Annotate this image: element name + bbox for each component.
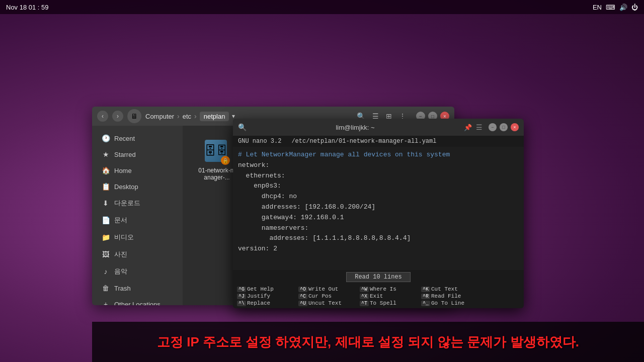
sidebar-label-home: Home <box>114 167 132 174</box>
file-name: 01-network-manager-... <box>197 167 237 181</box>
sidebar-item-desktop[interactable]: 📋 Desktop <box>94 179 181 194</box>
shortcut-label: Replace <box>247 300 270 306</box>
shortcut-key: ^O <box>298 287 307 292</box>
volume-icon: 🔊 <box>619 4 627 11</box>
shortcut-item: ^R Read File <box>421 293 481 299</box>
terminal-titlebar: 🔍 lim@limjkk: ~ 📌 ☰ − □ × <box>233 119 524 136</box>
terminal-line: version: 2 <box>238 244 519 254</box>
sidebar-item-music[interactable]: ♪ 음악 <box>94 263 181 280</box>
back-button[interactable]: ‹ <box>97 111 108 122</box>
shortcut-item: ^G Get Help <box>237 286 297 292</box>
terminal-line: enp0s3: <box>238 181 519 192</box>
lock-badge: 🔒 <box>221 156 230 165</box>
terminal-content: GNU nano 3.2 /etc/netplan/01-network-man… <box>233 136 524 308</box>
sidebar-item-starred[interactable]: ★ Starred <box>94 147 181 162</box>
terminal-window: 🔍 lim@limjkk: ~ 📌 ☰ − □ × GNU nano 3.2 /… <box>233 119 524 308</box>
shortcut-item: ^X Exit <box>360 293 420 299</box>
terminal-title: lim@limjkk: ~ <box>251 124 460 131</box>
subtitle-text: 고정 IP 주소로 설정 하였지만, 제대로 설정 되지 않는 문제가 발생하였… <box>157 333 579 351</box>
shortcut-key: ^G <box>237 287 246 292</box>
shortcut-key: ^J <box>237 294 246 299</box>
shortcut-key: ^T <box>360 301 369 306</box>
shortcut-label: Where Is <box>370 286 396 292</box>
sidebar-label-documents: 문서 <box>114 216 127 225</box>
sidebar-label-starred: Starred <box>114 151 136 158</box>
sidebar-item-home[interactable]: 🏠 Home <box>94 163 181 178</box>
desktop: Nov 18 01 : 59 EN ⌨ 🔊 ⏻ ‹ › 🖥 Computer ›… <box>0 0 644 362</box>
terminal-line: gateway4: 192.168.0.1 <box>238 213 519 223</box>
shortcut-key: ^R <box>421 294 430 299</box>
sidebar-label-trash: Trash <box>114 285 131 292</box>
terminal-pin-icon[interactable]: 📌 <box>464 124 472 131</box>
terminal-line: network: <box>238 160 519 171</box>
terminal-close-button[interactable]: × <box>511 123 519 131</box>
shortcut-item: ^O Write Out <box>298 286 359 292</box>
keyboard-icon: ⌨ <box>606 4 615 11</box>
shortcut-label: Exit <box>370 293 383 299</box>
terminal-minimize-button[interactable]: − <box>489 123 497 131</box>
shortcut-key: ^W <box>360 287 369 292</box>
trash-icon: 🗑 <box>101 284 110 292</box>
sidebar-item-videos[interactable]: 📁 비디오 <box>94 229 181 245</box>
other-icon: + <box>101 300 110 305</box>
shortcut-key: ^C <box>298 294 307 299</box>
terminal-line: ethernets: <box>238 171 519 182</box>
documents-icon: 📄 <box>101 216 110 224</box>
shortcut-key: ^X <box>360 294 369 299</box>
downloads-icon: ⬇ <box>101 199 110 207</box>
topbar-right: EN ⌨ 🔊 ⏻ <box>593 4 638 11</box>
shortcut-label: Cur Pos <box>308 293 332 299</box>
desktop-icon: 📋 <box>101 183 110 191</box>
shortcut-label: Write Out <box>308 286 338 292</box>
shortcut-label: Cut Text <box>431 286 458 292</box>
language-indicator[interactable]: EN <box>593 4 602 11</box>
shortcut-key: ^_ <box>421 301 430 306</box>
terminal-line: addresses: [192.168.0.200/24] <box>238 202 519 213</box>
sidebar-item-recent[interactable]: 🕐 Recent <box>94 131 181 146</box>
sidebar-item-trash[interactable]: 🗑 Trash <box>94 281 181 296</box>
sidebar-label-recent: Recent <box>114 135 135 142</box>
breadcrumb-root[interactable]: Computer <box>145 113 174 120</box>
pictures-icon: 🖼 <box>101 250 110 258</box>
shortcut-label: Uncut Text <box>308 300 342 306</box>
terminal-line: dhcp4: no <box>238 192 519 202</box>
terminal-maximize-button[interactable]: □ <box>500 123 508 131</box>
breadcrumb-etc[interactable]: etc <box>183 113 191 120</box>
sidebar-item-other-locations[interactable]: + Other Locations <box>94 297 181 305</box>
shortcut-item: ^J Justify <box>237 293 297 299</box>
shortcut-key: ^K <box>421 287 430 292</box>
terminal-window-controls: − □ × <box>489 123 519 131</box>
shortcut-item: ^C Cur Pos <box>298 293 359 299</box>
nano-file-path: /etc/netplan/01-network-manager-all.yaml <box>291 138 436 145</box>
home-icon: 🏠 <box>101 166 110 174</box>
sidebar-label-desktop: Desktop <box>114 183 138 191</box>
subtitle-bar: 고정 IP 주소로 설정 하였지만, 제대로 설정 되지 않는 문제가 발생하였… <box>92 322 644 362</box>
power-icon[interactable]: ⏻ <box>631 4 638 11</box>
shortcut-item: ^T To Spell <box>360 300 420 306</box>
sidebar-item-pictures[interactable]: 🖼 사진 <box>94 246 181 262</box>
shortcut-label: Go To Line <box>431 300 464 306</box>
terminal-body[interactable]: # Let NetworkManager manage all devices … <box>233 147 524 270</box>
terminal-line: addresses: [1.1.1.1,8.8.8.8,8.8.4.4] <box>238 233 519 244</box>
terminal-status-bar: Read 10 lines <box>233 270 524 284</box>
forward-button[interactable]: › <box>112 111 123 122</box>
sidebar-label-music: 음악 <box>114 267 127 276</box>
starred-icon: ★ <box>101 150 110 158</box>
sidebar-item-documents[interactable]: 📄 문서 <box>94 212 181 228</box>
shortcut-item: ^\ Replace <box>237 300 297 306</box>
computer-icon: 🖥 <box>127 109 141 123</box>
terminal-menu-icon[interactable]: ☰ <box>476 123 482 131</box>
videos-icon: 📁 <box>101 233 110 241</box>
terminal-nano-header: GNU nano 3.2 /etc/netplan/01-network-man… <box>233 136 524 147</box>
shortcut-label: Get Help <box>247 286 274 292</box>
terminal-line: # Let NetworkManager manage all devices … <box>238 150 519 160</box>
recent-icon: 🕐 <box>101 134 110 142</box>
breadcrumb-netplan[interactable]: netplan <box>200 112 229 121</box>
nano-version: GNU nano 3.2 <box>238 138 281 145</box>
terminal-search-icon[interactable]: 🔍 <box>238 123 247 131</box>
sidebar-item-downloads[interactable]: ⬇ 다운로드 <box>94 195 181 211</box>
shortcut-item: ^U Uncut Text <box>298 300 359 306</box>
terminal-shortcuts: ^G Get Help^O Write Out^W Where Is^K Cut… <box>233 284 524 308</box>
terminal-line: nameservers: <box>238 223 519 234</box>
clock: Nov 18 01 : 59 <box>6 4 49 11</box>
